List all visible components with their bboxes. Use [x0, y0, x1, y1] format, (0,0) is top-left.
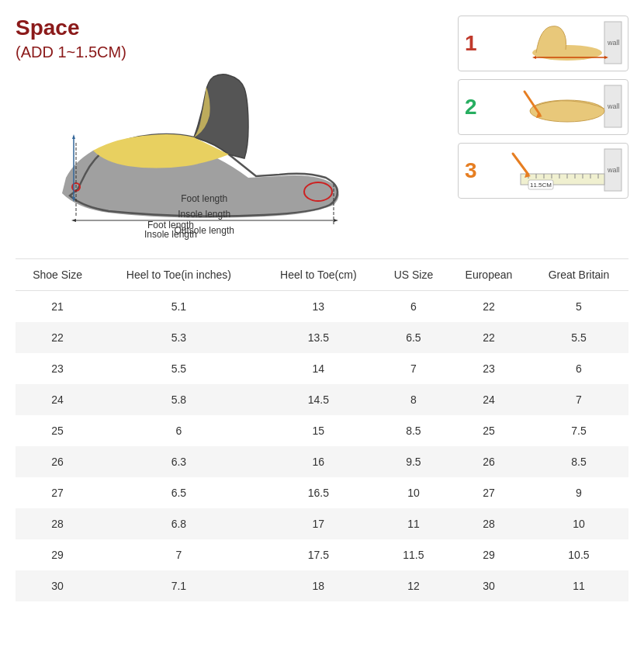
step-3-box: 3 wall — [458, 143, 628, 199]
table-cell-r0-c2: 13 — [258, 291, 379, 323]
col-european: European — [448, 259, 529, 291]
table-row: 256158.5257.5 — [16, 415, 628, 446]
table-cell-r6-c3: 10 — [379, 477, 448, 508]
table-cell-r4-c2: 15 — [258, 415, 379, 446]
shoe-diagram: Foot length Insole length Foot length In… — [16, 69, 357, 240]
table-cell-r9-c3: 12 — [379, 570, 448, 601]
table-cell-r7-c2: 17 — [258, 508, 379, 539]
table-row: 235.5147236 — [16, 353, 628, 384]
step-2-illustration: wall — [490, 84, 625, 130]
table-cell-r4-c4: 25 — [448, 415, 529, 446]
table-cell-r2-c0: 23 — [16, 353, 99, 384]
table-cell-r8-c4: 29 — [448, 539, 529, 570]
step-1-box: 1 wall — [458, 16, 628, 71]
svg-marker-10 — [72, 134, 75, 139]
diagram-area: Space (ADD 1~1.5CM) — [16, 16, 442, 240]
table-row: 286.817112810 — [16, 508, 628, 539]
table-cell-r2-c1: 5.5 — [99, 353, 258, 384]
table-cell-r1-c4: 22 — [448, 322, 529, 353]
table-row: 245.814.58247 — [16, 384, 628, 415]
table-row: 276.516.510279 — [16, 477, 628, 508]
table-cell-r7-c3: 11 — [379, 508, 448, 539]
table-cell-r4-c3: 8.5 — [379, 415, 448, 446]
table-cell-r6-c0: 27 — [16, 477, 99, 508]
table-cell-r5-c2: 16 — [258, 446, 379, 477]
table-cell-r5-c3: 9.5 — [379, 446, 448, 477]
size-table: Shoe Size Heel to Toe(in inches) Heel to… — [16, 258, 628, 601]
subtitle: (ADD 1~1.5CM) — [16, 43, 442, 61]
table-cell-r0-c5: 5 — [529, 291, 628, 323]
table-cell-r3-c5: 7 — [529, 384, 628, 415]
table-row: 215.1136225 — [16, 291, 628, 323]
table-cell-r6-c5: 9 — [529, 477, 628, 508]
table-cell-r1-c5: 5.5 — [529, 322, 628, 353]
col-heel-inch: Heel to Toe(in inches) — [99, 259, 258, 291]
table-cell-r5-c5: 8.5 — [529, 446, 628, 477]
table-cell-r8-c0: 29 — [16, 539, 99, 570]
table-row: 225.313.56.5225.5 — [16, 322, 628, 353]
table-cell-r7-c1: 6.8 — [99, 508, 258, 539]
table-cell-r9-c5: 11 — [529, 570, 628, 601]
svg-point-20 — [530, 100, 604, 122]
table-cell-r2-c5: 6 — [529, 353, 628, 384]
table-cell-r1-c3: 6.5 — [379, 322, 448, 353]
table-cell-r1-c2: 13.5 — [258, 322, 379, 353]
table-cell-r8-c2: 17.5 — [258, 539, 379, 570]
svg-line-36 — [513, 154, 528, 175]
instruction-images: 1 wall 2 — [458, 16, 628, 199]
step-2-number: 2 — [465, 95, 483, 120]
col-shoe-size: Shoe Size — [16, 259, 99, 291]
table-cell-r2-c4: 23 — [448, 353, 529, 384]
table-cell-r3-c1: 5.8 — [99, 384, 258, 415]
table-cell-r0-c0: 21 — [16, 291, 99, 323]
table-cell-r9-c2: 18 — [258, 570, 379, 601]
col-us-size: US Size — [379, 259, 448, 291]
table-cell-r4-c5: 7.5 — [529, 415, 628, 446]
insole-length-label: Insole length — [175, 206, 234, 222]
step-3-number: 3 — [465, 158, 483, 183]
svg-marker-5 — [71, 219, 76, 222]
table-cell-r7-c4: 28 — [448, 508, 529, 539]
table-cell-r0-c4: 22 — [448, 291, 529, 323]
table-row: 29717.511.52910.5 — [16, 539, 628, 570]
table-cell-r5-c1: 6.3 — [99, 446, 258, 477]
table-row: 307.118123011 — [16, 570, 628, 601]
table-cell-r5-c0: 26 — [16, 446, 99, 477]
table-cell-r3-c2: 14.5 — [258, 384, 379, 415]
step-1-number: 1 — [465, 31, 483, 56]
table-cell-r1-c0: 22 — [16, 322, 99, 353]
table-cell-r6-c1: 6.5 — [99, 477, 258, 508]
table-cell-r7-c0: 28 — [16, 508, 99, 539]
svg-text:11.5CM: 11.5CM — [530, 182, 552, 189]
table-cell-r9-c0: 30 — [16, 570, 99, 601]
table-cell-r7-c5: 10 — [529, 508, 628, 539]
table-cell-r5-c4: 26 — [448, 446, 529, 477]
step-3-illustration: wall — [490, 147, 625, 194]
outsole-length-label: Outsole length — [175, 223, 234, 238]
table-cell-r1-c1: 5.3 — [99, 322, 258, 353]
table-cell-r4-c0: 25 — [16, 415, 99, 446]
col-heel-cm: Heel to Toe(cm) — [258, 259, 379, 291]
top-section: Space (ADD 1~1.5CM) — [16, 16, 628, 240]
svg-text:wall: wall — [607, 166, 620, 174]
table-cell-r2-c3: 7 — [379, 353, 448, 384]
table-cell-r4-c1: 6 — [99, 415, 258, 446]
table-cell-r8-c3: 11.5 — [379, 539, 448, 570]
svg-text:wall: wall — [607, 39, 620, 47]
table-cell-r0-c3: 6 — [379, 291, 448, 323]
table-cell-r3-c0: 24 — [16, 384, 99, 415]
svg-marker-16 — [532, 56, 536, 59]
table-cell-r2-c2: 14 — [258, 353, 379, 384]
table-cell-r0-c1: 5.1 — [99, 291, 258, 323]
table-row: 266.3169.5268.5 — [16, 446, 628, 477]
table-cell-r8-c1: 7 — [99, 539, 258, 570]
col-great-britain: Great Britain — [529, 259, 628, 291]
svg-marker-6 — [334, 219, 338, 222]
svg-text:wall: wall — [607, 102, 620, 110]
table-cell-r9-c4: 30 — [448, 570, 529, 601]
table-header-row: Shoe Size Heel to Toe(in inches) Heel to… — [16, 259, 628, 291]
table-cell-r6-c4: 27 — [448, 477, 529, 508]
table-cell-r8-c5: 10.5 — [529, 539, 628, 570]
step-2-box: 2 wall — [458, 79, 628, 135]
main-title: Space — [16, 16, 442, 40]
